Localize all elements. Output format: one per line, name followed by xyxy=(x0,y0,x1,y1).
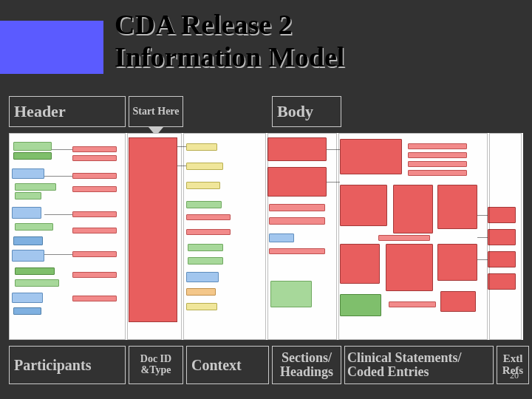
label-body: Body xyxy=(272,96,341,127)
uml-box xyxy=(188,257,223,265)
uml-box xyxy=(267,167,327,197)
uml-line xyxy=(44,254,72,255)
uml-box xyxy=(72,228,117,233)
uml-box xyxy=(13,142,52,151)
uml-box xyxy=(408,152,467,158)
label-participants: Participants xyxy=(9,346,126,384)
uml-box xyxy=(15,279,59,287)
uml-box xyxy=(488,207,516,223)
uml-box xyxy=(72,251,117,257)
uml-box xyxy=(13,236,43,245)
uml-box xyxy=(340,294,381,316)
uml-box xyxy=(15,223,53,231)
slide: CDA Release 2 Information Model Header S… xyxy=(0,0,532,399)
uml-line xyxy=(44,176,72,177)
title-line-1: CDA Release 2 xyxy=(115,9,293,40)
uml-box xyxy=(386,244,433,291)
uml-box xyxy=(188,244,223,251)
uml-box xyxy=(13,307,41,315)
uml-line xyxy=(177,146,186,147)
uml-box xyxy=(72,173,117,179)
uml-box xyxy=(186,288,216,296)
uml-box xyxy=(440,291,476,312)
uml-box xyxy=(269,217,325,225)
uml-box xyxy=(437,244,477,281)
uml-box xyxy=(393,185,433,233)
uml-box xyxy=(12,293,43,303)
uml-box xyxy=(15,267,55,275)
uml-box xyxy=(488,229,516,245)
uml-box xyxy=(186,163,223,170)
label-sections-headings: Sections/ Headings xyxy=(272,346,341,384)
content-area: Header Start Here Body xyxy=(9,96,523,384)
uml-box xyxy=(186,182,220,189)
uml-box xyxy=(12,250,44,262)
uml-box xyxy=(15,183,56,191)
uml-box xyxy=(270,281,312,307)
uml-box xyxy=(12,168,44,179)
uml-box xyxy=(269,204,325,211)
uml-line xyxy=(177,166,186,166)
label-docid-type: Doc ID &Type xyxy=(129,346,183,384)
uml-box xyxy=(378,235,430,241)
uml-box xyxy=(186,214,231,220)
label-context: Context xyxy=(186,346,269,384)
uml-line xyxy=(327,149,340,150)
uml-box xyxy=(408,170,467,176)
uml-box xyxy=(408,161,467,167)
uml-box xyxy=(488,273,516,290)
uml-box xyxy=(72,296,117,301)
uml-box xyxy=(437,185,477,229)
uml-box xyxy=(72,211,117,217)
uml-box xyxy=(72,186,117,192)
uml-box xyxy=(340,139,402,174)
uml-line xyxy=(327,182,340,183)
uml-box xyxy=(186,272,219,282)
label-clinical-statements: Clinical Statements/ Coded Entries xyxy=(344,346,494,384)
page-number: 20 xyxy=(510,370,519,381)
uml-box xyxy=(269,233,294,242)
uml-box xyxy=(72,146,117,152)
uml-box xyxy=(186,303,217,310)
uml-line xyxy=(52,149,72,150)
uml-line xyxy=(477,237,488,238)
uml-box xyxy=(488,251,516,267)
uml-box xyxy=(72,272,117,278)
uml-box xyxy=(13,152,52,160)
uml-box xyxy=(340,244,380,284)
spacer-clinical-top xyxy=(344,96,494,127)
uml-diagram xyxy=(9,133,523,340)
uml-box xyxy=(269,248,325,254)
label-header: Header xyxy=(9,96,126,127)
uml-box xyxy=(408,143,467,149)
uml-box xyxy=(15,192,41,200)
uml-box xyxy=(186,229,231,235)
title-accent-block xyxy=(0,21,103,74)
uml-line xyxy=(477,215,488,216)
bottom-label-row: Participants Doc ID &Type Context Sectio… xyxy=(9,346,523,384)
uml-box xyxy=(72,155,117,161)
uml-box xyxy=(389,301,436,307)
title-area: CDA Release 2 Information Model xyxy=(0,7,532,89)
uml-box xyxy=(186,201,222,208)
title-line-2: Information Model xyxy=(115,41,344,72)
label-start-here: Start Here xyxy=(129,96,183,127)
uml-line xyxy=(44,214,72,215)
uml-box xyxy=(12,207,41,219)
uml-box xyxy=(340,185,387,226)
spacer-extl-top xyxy=(497,96,529,127)
uml-box xyxy=(186,143,217,151)
uml-central-class xyxy=(129,137,177,322)
top-label-row: Header Start Here Body xyxy=(9,96,523,127)
spacer-context-top xyxy=(186,96,269,127)
uml-box xyxy=(267,137,327,161)
uml-line xyxy=(477,259,488,260)
slide-title: CDA Release 2 Information Model xyxy=(115,9,344,73)
